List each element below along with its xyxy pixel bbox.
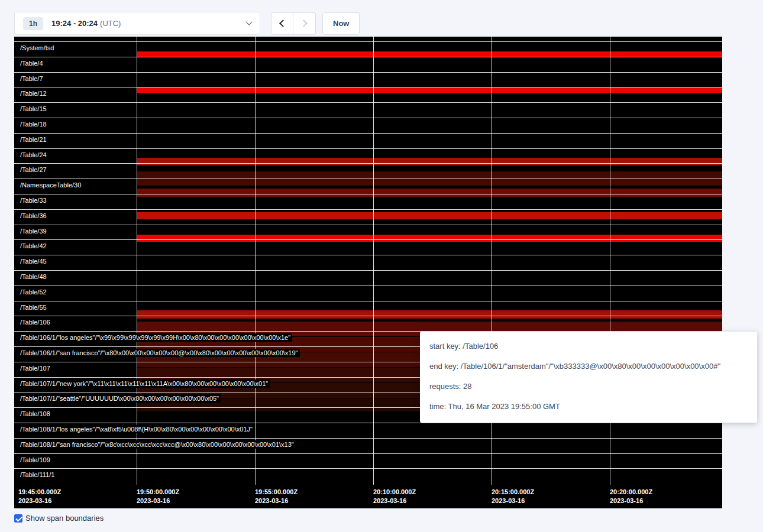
heatmap-band[interactable] [137,171,722,186]
chevron-left-icon [279,20,287,27]
span-key-label: /Table/18 [18,120,49,128]
tooltip-requests: requests: 28 [429,377,748,397]
footer: Show span boundaries [14,514,763,523]
span-key-label: /Table/24 [18,151,49,159]
time-preset-badge: 1h [23,17,43,30]
heatmap-row: /Table/108/1/"los angeles"/"\xa8\xf5\u00… [14,423,722,438]
timezone-label: (UTC) [100,19,121,28]
span-key-label: /Table/21 [18,135,49,144]
heatmap-row: /Table/21 [14,133,722,148]
time-range-text: 19:24 - 20:24(UTC) [51,19,121,28]
span-key-label: /Table/42 [18,242,49,250]
next-range-button[interactable] [293,12,316,35]
tooltip-start-key: start key: /Table/106 [429,336,748,356]
heatmap-row: /Table/45 [14,255,722,270]
show-span-boundaries-label: Show span boundaries [25,514,104,523]
x-axis-tick: 20:15:00.000Z2023-03-16 [492,488,534,505]
span-key-label: /Table/36 [18,212,49,220]
span-key-label: /Table/107 [18,364,52,372]
span-key-label: /NamespaceTable/30 [18,181,83,189]
heatmap-row: /Table/52 [14,286,722,301]
x-axis-tick: 20:10:00.000Z2023-03-16 [373,488,416,505]
span-key-label: /Table/7 [18,74,45,83]
span-key-label: /Table/33 [18,196,49,205]
span-key-label: /Table/111/1 [18,471,56,479]
show-span-boundaries-checkbox[interactable] [14,514,22,523]
heatmap-row: /Table/111/1 [14,468,722,484]
span-key-label: /Table/27 [18,166,49,174]
heatmap-band[interactable] [137,158,722,166]
span-key-label: /Table/4 [18,59,45,67]
heatmap-tooltip: start key: /Table/106 end key: /Table/10… [420,332,757,423]
x-axis-tick: 20:20:00.000Z2023-03-16 [610,488,652,505]
span-key-label: /Table/15 [18,105,49,113]
time-gridline [137,37,137,485]
time-range-value: 19:24 - 20:24 [51,19,98,28]
span-key-label: /System/tsd [18,44,56,52]
tooltip-time: time: Thu, 16 Mar 2023 19:55:00 GMT [429,397,748,417]
time-nav-group [271,12,316,35]
span-key-label: /Table/12 [18,89,49,98]
heatmap-row: /Table/15 [14,102,722,118]
span-key-label: /Table/39 [18,227,49,235]
heatmap-row: /Table/7 [14,72,722,87]
span-key-label: /Table/108 [18,410,52,418]
span-key-label: /Table/109 [18,456,52,464]
heatmap-row: /Table/109 [14,453,722,469]
span-key-label: /Table/106 [18,318,52,326]
heatmap-band[interactable] [137,51,722,57]
key-visualizer-page: 1h 19:24 - 20:24(UTC) Now /System/tsd/Ta… [0,12,763,532]
heatmap-row: /Table/48 [14,270,722,286]
heatmap-row: /Table/4 [14,57,722,72]
span-key-label: /Table/55 [18,303,49,312]
x-axis-tick: 19:45:00.000Z2023-03-16 [18,488,61,505]
chevron-right-icon [300,20,308,27]
heatmap-band[interactable] [137,212,722,219]
heatmap-band[interactable] [137,235,722,242]
span-key-label: /Table/48 [18,273,49,281]
tooltip-end-key: end key: /Table/106/1/"amsterdam"/"\xb33… [429,356,748,377]
time-gridline [373,37,374,485]
x-axis-tick: 19:55:00.000Z2023-03-16 [255,488,298,505]
heatmap-row: /Table/42 [14,239,722,255]
span-key-label: /Table/52 [18,288,49,296]
heatmap-band[interactable] [137,87,722,93]
prev-range-button[interactable] [271,12,293,35]
heatmap-band[interactable] [137,310,722,319]
heatmap-canvas[interactable]: /System/tsd/Table/4/Table/7/Table/12/Tab… [14,37,722,508]
chevron-down-icon [245,18,252,25]
time-range-selector[interactable]: 1h 19:24 - 20:24(UTC) [14,12,260,35]
heatmap-row: /Table/108/1/"san francisco"/"\x8c\xcc\x… [14,438,722,453]
toolbar: 1h 19:24 - 20:24(UTC) Now [14,12,763,35]
now-button[interactable]: Now [322,12,360,35]
span-key-label: /Table/108/1/"san francisco"/"\x8c\xcc\x… [18,440,296,449]
span-key-label: /Table/45 [18,257,49,265]
x-axis-tick: 19:50:00.000Z2023-03-16 [137,488,179,505]
heatmap-band[interactable] [137,189,722,197]
heatmap-row: /Table/18 [14,118,722,133]
time-gridline [255,37,256,485]
